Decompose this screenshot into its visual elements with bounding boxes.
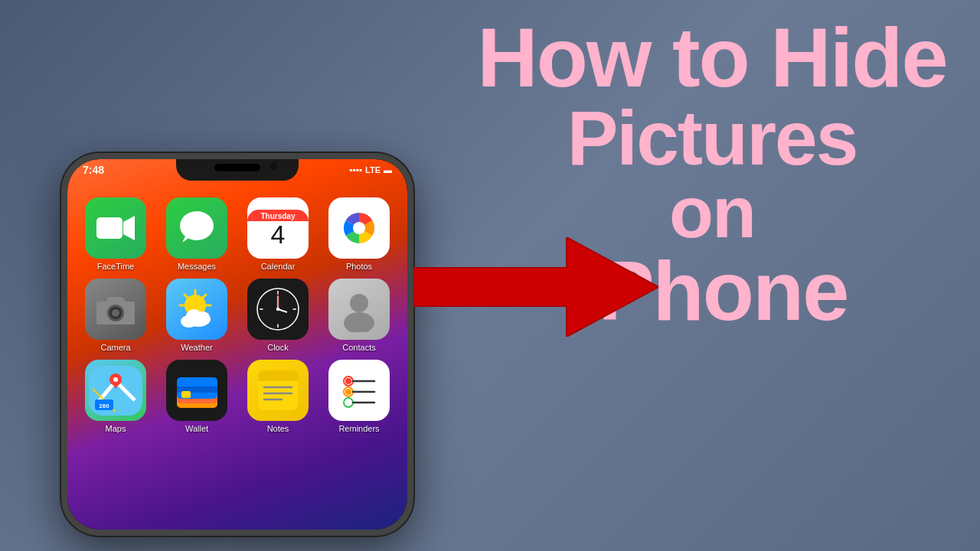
app-facetime[interactable]: FaceTime xyxy=(79,197,152,271)
contacts-icon xyxy=(328,279,390,340)
photos-label: Photos xyxy=(346,262,372,271)
calendar-date: 4 xyxy=(271,221,286,247)
app-reminders[interactable]: Reminders xyxy=(322,360,396,433)
facetime-label: FaceTime xyxy=(97,262,135,271)
app-grid: FaceTime Messages Thursday xyxy=(79,197,396,433)
calendar-icon: Thursday 4 xyxy=(247,197,309,259)
svg-marker-2 xyxy=(123,216,135,240)
status-time: 7:48 xyxy=(83,164,104,176)
weather-label: Weather xyxy=(181,343,212,352)
svg-point-18 xyxy=(196,311,210,324)
maps-label: Maps xyxy=(106,424,126,433)
notes-icon xyxy=(247,360,309,421)
svg-rect-43 xyxy=(258,375,298,381)
title-line-2: Pictures xyxy=(475,99,949,176)
app-contacts[interactable]: Contacts xyxy=(322,279,396,352)
messages-icon xyxy=(166,197,227,259)
iphone-frame: 7:48 ▪▪▪▪ LTE ▬ xyxy=(61,153,413,536)
photos-icon xyxy=(328,197,390,259)
svg-rect-40 xyxy=(181,391,191,398)
network-label: LTE xyxy=(365,165,381,174)
camera-icon xyxy=(85,279,146,340)
iphone-screen: 7:48 ▪▪▪▪ LTE ▬ xyxy=(67,159,407,530)
clock-icon xyxy=(247,279,309,340)
facetime-icon xyxy=(85,197,146,259)
svg-point-49 xyxy=(345,378,351,384)
reminders-label: Reminders xyxy=(338,424,379,433)
status-indicators: ▪▪▪▪ LTE ▬ xyxy=(349,165,392,175)
arrow-icon xyxy=(413,237,658,340)
svg-point-5 xyxy=(353,222,365,234)
battery-icon: ▬ xyxy=(384,165,392,174)
svg-text:280: 280 xyxy=(99,403,109,409)
svg-line-14 xyxy=(185,295,188,298)
app-photos[interactable]: Photos xyxy=(322,197,396,271)
wallet-label: Wallet xyxy=(185,424,208,433)
svg-point-32 xyxy=(113,377,118,382)
weather-icon xyxy=(166,279,227,340)
wallet-icon xyxy=(166,360,227,421)
maps-icon: 280 xyxy=(85,360,146,421)
camera-label: Camera xyxy=(100,343,130,352)
svg-point-3 xyxy=(180,211,214,240)
signal-icon: ▪▪▪▪ xyxy=(349,165,362,175)
app-camera[interactable]: Camera xyxy=(79,279,152,352)
messages-label: Messages xyxy=(178,262,216,271)
svg-point-27 xyxy=(276,308,280,311)
title-line-1: How to Hide xyxy=(475,15,949,99)
svg-line-13 xyxy=(203,295,206,298)
app-clock[interactable]: Clock xyxy=(241,279,315,352)
svg-marker-0 xyxy=(413,237,658,337)
svg-point-52 xyxy=(345,389,351,395)
app-weather[interactable]: Weather xyxy=(160,279,234,352)
svg-point-29 xyxy=(344,312,374,332)
notes-label: Notes xyxy=(267,424,289,433)
reminders-icon xyxy=(328,360,390,421)
app-calendar[interactable]: Thursday 4 Calendar xyxy=(241,197,315,271)
app-notes[interactable]: Notes xyxy=(241,360,315,433)
svg-point-28 xyxy=(350,294,368,312)
iphone-device: 7:48 ▪▪▪▪ LTE ▬ xyxy=(61,153,444,551)
calendar-label: Calendar xyxy=(261,262,296,271)
app-wallet[interactable]: Wallet xyxy=(160,360,234,433)
contacts-label: Contacts xyxy=(342,343,375,352)
status-bar: 7:48 ▪▪▪▪ LTE ▬ xyxy=(83,164,392,176)
app-messages[interactable]: Messages xyxy=(160,197,234,271)
svg-rect-1 xyxy=(96,217,122,239)
app-maps[interactable]: 280 Maps xyxy=(79,360,152,433)
clock-label: Clock xyxy=(267,343,289,352)
svg-point-8 xyxy=(112,309,119,317)
